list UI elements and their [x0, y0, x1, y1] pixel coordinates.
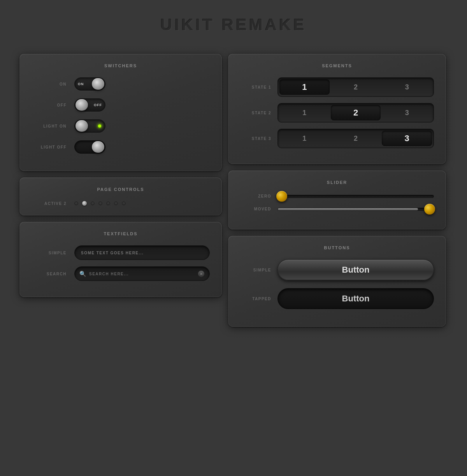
toggle-on-knob — [92, 78, 104, 90]
button-simple-row: SIMPLE Button — [240, 259, 434, 280]
slider-panel: SLIDER ZERO MOVED — [228, 170, 446, 229]
simple-button-text: Button — [342, 265, 370, 275]
textfields-panel: TEXTFIELDS SIMPLE SEARCH 🔍 SEARCH HERE..… — [19, 222, 222, 297]
dot-6[interactable] — [114, 201, 118, 205]
switcher-off-label: OFF — [32, 103, 67, 107]
slider-zero-row: ZERO — [240, 194, 434, 198]
slider-moved-row: MOVED — [240, 207, 434, 211]
seg1-btn2[interactable]: 2 — [331, 79, 381, 95]
switcher-off-row: OFF OFF — [32, 98, 210, 112]
slider-zero-label: ZERO — [240, 194, 271, 198]
simple-tf-label: SIMPLE — [32, 251, 67, 255]
switcher-light-off-label: LIGHT OFF — [32, 145, 67, 149]
btn-tapped-label: TAPPED — [240, 297, 271, 301]
toggle-on[interactable]: On — [74, 77, 105, 91]
seg1-btn3[interactable]: 3 — [382, 79, 432, 95]
switcher-light-off-row: LIGHT OFF — [32, 140, 210, 154]
switcher-light-on-label: LIGHT ON — [32, 124, 67, 128]
seg2-btn1[interactable]: 1 — [279, 105, 330, 121]
page-controls-row: ACTIVE 2 — [32, 201, 210, 206]
seg-state1-label: STATE 1 — [240, 85, 271, 89]
toggle-light-on-knob — [75, 120, 88, 132]
simple-button[interactable]: Button — [277, 259, 434, 280]
toggle-light-off-knob — [92, 141, 104, 153]
slider-moved-fill — [278, 208, 418, 210]
switcher-on-label: ON — [32, 82, 67, 86]
textfields-title: TEXTFIELDS — [32, 231, 210, 236]
search-wrapper[interactable]: 🔍 SEARCH HERE... ✕ — [74, 266, 210, 281]
toggle-off[interactable]: OFF — [74, 98, 105, 112]
seg3-btn2[interactable]: 2 — [331, 131, 381, 146]
button-tapped-row: TAPPED Button — [240, 288, 434, 309]
toggle-off-knob — [75, 99, 88, 111]
segment-control-2: 1 2 3 — [277, 103, 434, 122]
right-column: SEGMENTS STATE 1 1 2 3 STATE 2 1 2 3 — [228, 54, 446, 327]
main-grid: SWITCHERS ON On OFF OFF LIGHT ON — [19, 54, 448, 327]
dot-3[interactable] — [91, 201, 95, 205]
seg2-btn3[interactable]: 3 — [382, 105, 432, 121]
dot-5[interactable] — [106, 201, 110, 205]
seg-state3-label: STATE 3 — [240, 136, 271, 141]
dot-7[interactable] — [122, 201, 126, 205]
page-controls-label: ACTIVE 2 — [32, 201, 67, 206]
toggle-on-text: On — [78, 82, 84, 86]
switchers-title: SWITCHERS — [32, 63, 210, 68]
page-controls-panel: PAGE CONTROLS ACTIVE 2 — [19, 177, 222, 215]
toggle-light-off[interactable] — [74, 140, 105, 154]
tapped-button-text: Button — [342, 294, 370, 304]
search-textfield-row: SEARCH 🔍 SEARCH HERE... ✕ — [32, 266, 210, 281]
simple-input[interactable] — [74, 245, 210, 260]
switcher-light-on-row: LIGHT ON — [32, 119, 210, 133]
segment-control-3: 1 2 3 — [277, 129, 434, 148]
switcher-on-row: ON On — [32, 77, 210, 91]
segments-title: SEGMENTS — [240, 63, 434, 68]
toggle-off-text: OFF — [94, 103, 102, 107]
segment-state2-row: STATE 2 1 2 3 — [240, 103, 434, 122]
search-tf-label: SEARCH — [32, 272, 67, 276]
toggle-light-on[interactable] — [74, 119, 105, 133]
segment-control-1: 1 2 3 — [277, 77, 434, 97]
segments-panel: SEGMENTS STATE 1 1 2 3 STATE 2 1 2 3 — [228, 54, 446, 164]
seg3-btn3-active[interactable]: 3 — [382, 131, 432, 146]
tapped-button[interactable]: Button — [277, 288, 434, 309]
dot-4[interactable] — [98, 201, 102, 205]
dot-1[interactable] — [74, 201, 78, 205]
search-icon: 🔍 — [79, 271, 86, 276]
left-column: SWITCHERS ON On OFF OFF LIGHT ON — [19, 54, 222, 327]
search-clear-button[interactable]: ✕ — [198, 270, 205, 277]
switchers-panel: SWITCHERS ON On OFF OFF LIGHT ON — [19, 54, 222, 171]
slider-moved-knob[interactable] — [424, 204, 435, 215]
slider-zero-knob[interactable] — [276, 191, 287, 202]
btn-simple-label: SIMPLE — [240, 268, 271, 272]
slider-title: SLIDER — [240, 180, 434, 185]
seg1-btn1-active[interactable]: 1 — [279, 79, 330, 95]
dot-2-active[interactable] — [82, 201, 87, 206]
search-placeholder-text: SEARCH HERE... — [89, 272, 195, 276]
seg-state2-label: STATE 2 — [240, 111, 271, 115]
simple-textfield-row: SIMPLE — [32, 245, 210, 260]
page-controls-title: PAGE CONTROLS — [32, 187, 210, 192]
page-title: UIKIT REMAKE — [160, 16, 306, 34]
seg2-btn2-active[interactable]: 2 — [331, 105, 381, 121]
light-dot-on — [98, 124, 101, 128]
buttons-title: BUTTONS — [240, 245, 434, 250]
dots-container — [74, 201, 126, 206]
segment-state3-row: STATE 3 1 2 3 — [240, 129, 434, 148]
seg3-btn1[interactable]: 1 — [279, 131, 330, 146]
slider-moved-track[interactable] — [277, 208, 434, 211]
slider-zero-track[interactable] — [277, 195, 434, 198]
buttons-panel: BUTTONS SIMPLE Button TAPPED Button — [228, 236, 446, 327]
segment-state1-row: STATE 1 1 2 3 — [240, 77, 434, 97]
slider-moved-label: MOVED — [240, 207, 271, 211]
